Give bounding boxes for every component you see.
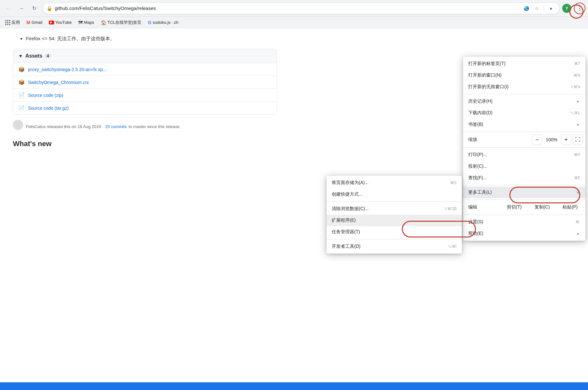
address-bar[interactable]: 🔒 github.com/FelisCatus/SwitchyOmega/rel… xyxy=(43,3,560,14)
menu-settings[interactable]: 设置(S) ⌘, xyxy=(463,216,585,228)
menu-print-shortcut: ⌘P xyxy=(574,153,580,157)
triangle-icon: ▼ xyxy=(18,53,23,59)
menu-print[interactable]: 打印(P)... ⌘P xyxy=(463,149,585,161)
content-list: Firefox <= 54: 无法工作。由于这些版本。 xyxy=(19,35,575,42)
menu-help[interactable]: 帮助(E) ► xyxy=(463,228,585,239)
gmail-label: Gmail xyxy=(32,20,43,25)
asset-item-3: 📄 Source code (tar.gz) xyxy=(13,102,277,114)
submenu-extensions[interactable]: 扩展程序(E) xyxy=(327,215,462,226)
menu-more-tools[interactable]: 更多工具(L) ► xyxy=(463,187,585,198)
menu-new-tab[interactable]: 打开新的标签页(T) ⌘T xyxy=(463,58,585,70)
submenu-create-shortcut[interactable]: 创建快捷方式... xyxy=(327,189,462,200)
assets-title: Assets xyxy=(25,53,42,59)
star-button[interactable]: ☆ xyxy=(532,4,541,13)
menu-settings-label: 设置(S) xyxy=(468,219,483,225)
submenu-developer-tools-label: 开发者工具(D) xyxy=(332,244,360,249)
bookmarks-arrow-icon: ► xyxy=(576,122,580,127)
profile-button[interactable]: Y xyxy=(562,4,571,13)
asset-link-3[interactable]: Source code (tar.gz) xyxy=(28,106,69,111)
left-submenu: 将页面存储为(A)... ⌘S 创建快捷方式... 清除浏览数据(C)... ⇧… xyxy=(327,176,462,254)
assets-section: ▼ Assets 4 📦 proxy_switchyomega-2.5.20-a… xyxy=(13,49,277,115)
bookmark-tcl[interactable]: 🏠 TCL在线学堂|首页 xyxy=(98,18,144,27)
browser-topbar: ← → ↻ 🔒 github.com/FelisCatus/SwitchyOme… xyxy=(0,0,588,17)
browser-window: ← → ↻ 🔒 github.com/FelisCatus/SwitchyOme… xyxy=(0,0,588,390)
commits-link[interactable]: 25 commits xyxy=(105,124,127,129)
menu-find[interactable]: 查找(F)... ⌘F xyxy=(463,172,585,184)
zoom-label: 缩放 xyxy=(466,135,532,144)
menu-find-label: 查找(F)... xyxy=(468,175,487,181)
bookmark-sudoku[interactable]: G sudoku.js · zh xyxy=(145,19,181,26)
forward-button[interactable]: → xyxy=(15,3,27,14)
submenu-clear-data-shortcut: ⇧⌘⌫ xyxy=(444,207,457,211)
gmail-icon: M xyxy=(26,20,30,25)
submenu-save-page-shortcut: ⌘S xyxy=(450,181,457,185)
reload-button[interactable]: ↻ xyxy=(28,3,40,14)
divider-5 xyxy=(463,200,585,200)
translate-button[interactable]: 🌏 xyxy=(522,4,531,13)
submenu-clear-data[interactable]: 清除浏览数据(C)... ⇧⌘⌫ xyxy=(327,203,462,215)
bookmark-gmail[interactable]: M Gmail xyxy=(24,19,45,26)
menu-downloads[interactable]: 下载内容(D) ⌥⌘L xyxy=(463,107,585,119)
divider-4 xyxy=(463,185,585,185)
asset-item-0: 📦 proxy_switchyomega-2.5.20-an+fx.xp... xyxy=(13,63,277,76)
history-arrow-icon: ► xyxy=(576,99,580,104)
bookmark-maps[interactable]: 🗺 Maps xyxy=(76,19,97,26)
menu-downloads-label: 下载内容(D) xyxy=(468,110,492,116)
maps-icon: 🗺 xyxy=(78,20,83,25)
submenu-save-page-label: 将页面存储为(A)... xyxy=(332,180,368,186)
menu-incognito[interactable]: 打开新的无痕窗口(I) ⇧⌘N xyxy=(463,81,585,93)
menu-new-window-shortcut: ⌘N xyxy=(574,73,580,78)
edit-label: 编辑 xyxy=(466,203,502,211)
sudoku-icon: G xyxy=(148,20,151,25)
menu-button-container: ⋮ xyxy=(574,3,585,14)
zoom-minus-button[interactable]: − xyxy=(532,135,542,145)
menu-new-window[interactable]: 打开新的窗口(N) ⌘N xyxy=(463,70,585,81)
submenu-divider-2 xyxy=(327,239,462,239)
menu-print-label: 打印(P)... xyxy=(468,152,487,158)
chrome-menu-button[interactable]: ⋮ xyxy=(574,3,585,14)
fullscreen-button[interactable]: ⛶ xyxy=(573,135,583,145)
file-icon-3: 📄 xyxy=(18,105,25,111)
menu-cast[interactable]: 投射(C)... xyxy=(463,161,585,172)
submenu-developer-tools-shortcut: ⌥⌘I xyxy=(447,244,457,249)
package-icon-0: 📦 xyxy=(18,66,25,72)
apps-label: 应用 xyxy=(12,20,20,25)
zoom-controls: − 100% + ⛶ xyxy=(532,135,583,145)
more-tools-arrow-icon: ► xyxy=(576,190,580,195)
zoom-row: 缩放 − 100% + ⛶ xyxy=(463,133,585,146)
menu-bookmarks[interactable]: 书签(B) ► xyxy=(463,119,585,130)
youtube-label: YouTube xyxy=(55,20,72,25)
asset-item-1: 📦 SwitchyOmega_Chromium.crx xyxy=(13,76,277,89)
bookmarks-bar: 应用 M Gmail YouTube 🗺 Maps 🏠 TCL在线学堂|首页 G… xyxy=(0,17,588,28)
paste-button[interactable]: 粘贴(P) xyxy=(557,202,583,212)
separator xyxy=(544,5,544,12)
back-button[interactable]: ← xyxy=(3,3,14,14)
edit-row: 编辑 剪切(T) 复制(C) 粘贴(P) xyxy=(463,201,585,213)
cut-button[interactable]: 剪切(T) xyxy=(502,202,527,212)
extension-button[interactable]: ● xyxy=(546,4,555,13)
asset-link-2[interactable]: Source code (zip) xyxy=(28,93,63,98)
tcl-label: TCL在线学堂|首页 xyxy=(108,20,142,25)
menu-settings-shortcut: ⌘, xyxy=(575,220,580,224)
copy-button[interactable]: 复制(C) xyxy=(529,202,555,212)
address-text: github.com/FelisCatus/SwitchyOmega/relea… xyxy=(55,5,519,11)
tcl-icon: 🏠 xyxy=(101,20,106,25)
sudoku-label: sudoku.js · zh xyxy=(153,20,178,25)
submenu-task-manager[interactable]: 任务管理器(T) xyxy=(327,226,462,238)
submenu-clear-data-label: 清除浏览数据(C)... xyxy=(332,206,369,212)
submenu-save-page[interactable]: 将页面存储为(A)... ⌘S xyxy=(327,177,462,189)
maps-label: Maps xyxy=(84,20,94,25)
menu-new-window-label: 打开新的窗口(N) xyxy=(468,72,501,78)
zoom-plus-button[interactable]: + xyxy=(561,135,571,145)
asset-link-0[interactable]: proxy_switchyomega-2.5.20-an+fx.xp... xyxy=(28,67,107,72)
bookmark-apps[interactable]: 应用 xyxy=(3,18,23,27)
submenu-developer-tools[interactable]: 开发者工具(D) ⌥⌘I xyxy=(327,241,462,252)
divider-2 xyxy=(463,132,585,132)
bookmark-youtube[interactable]: YouTube xyxy=(46,19,74,26)
package-icon-1: 📦 xyxy=(18,79,25,85)
menu-more-tools-label: 更多工具(L) xyxy=(468,190,492,195)
zoom-value: 100% xyxy=(544,137,560,142)
asset-item-2: 📄 Source code (zip) xyxy=(13,89,277,102)
menu-history[interactable]: 历史记录(H) ► xyxy=(463,96,585,107)
asset-link-1[interactable]: SwitchyOmega_Chromium.crx xyxy=(28,80,89,85)
